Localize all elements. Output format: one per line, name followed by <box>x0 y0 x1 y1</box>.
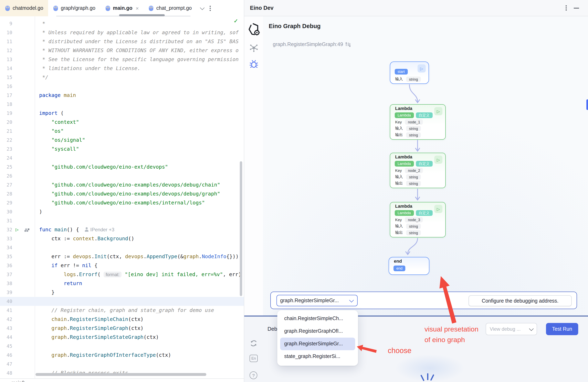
debug-target-text: graph.RegisterSimpleGraph:49 <box>273 41 343 47</box>
editor-vertical-scrollbar[interactable] <box>240 161 242 296</box>
graph-node-end[interactable]: end end <box>389 257 429 275</box>
panel-options-icon[interactable] <box>566 7 567 9</box>
input-type-badge: string <box>406 174 421 180</box>
test-run-label: Test Run <box>552 326 572 332</box>
debug-target: graph.RegisterSimpleGraph:49 <box>273 41 351 47</box>
line-number: 44 <box>0 333 12 342</box>
line-number: 43 <box>0 324 12 333</box>
graph-node-lambda-2[interactable]: Lambda ▷ Lambda 自定义 Keynode_2 输入string 输… <box>390 153 446 188</box>
code-line: 29 "github.com/cloudwego/eino-examples/i… <box>0 198 244 207</box>
line-number: 19 <box>0 109 12 118</box>
debug-bug-icon[interactable] <box>249 59 259 69</box>
chevron-down-icon[interactable] <box>200 5 205 10</box>
line-number: 39 <box>0 288 12 297</box>
breadcrumb-function[interactable]: main() <box>11 380 25 382</box>
code-line: 42 chain.RegisterSimpleChain(ctx) <box>0 315 244 324</box>
code-line: 34 <box>0 243 244 252</box>
graph-node-lambda-3[interactable]: Lambda ▷ Lambda 自定义 Keynode_3 输入string 输… <box>390 202 446 237</box>
output-type-badge: string <box>406 132 421 138</box>
configure-address-label: Configure the debugging address. <box>482 298 559 304</box>
kebab-menu-icon[interactable] <box>210 8 211 9</box>
code-line: 19import ( <box>0 109 244 118</box>
node-title: end <box>394 259 402 264</box>
tab-scrollbar-thumb[interactable] <box>119 14 165 16</box>
line-number: 40 <box>0 297 12 306</box>
tab-main-go[interactable]: main.go × <box>100 0 144 16</box>
output-type-badge: string <box>406 230 421 235</box>
code-editor[interactable]: 9 *10 * Unless required by applicable la… <box>0 16 244 378</box>
test-run-button[interactable]: Test Run <box>546 323 578 335</box>
graph-target-select-value: graph.RegisterSimpleGr... <box>280 298 339 303</box>
code-line: 9 * <box>0 19 244 28</box>
view-debug-select[interactable]: View debug ... <box>486 323 537 335</box>
go-gopher-icon <box>53 5 58 11</box>
run-button[interactable]: ▷ <box>16 225 19 234</box>
code-line: 18 <box>0 100 244 109</box>
key-label: Key <box>395 120 402 124</box>
tab-graph-go[interactable]: graph/graph.go <box>48 0 100 16</box>
code-line: 28 "github.com/cloudwego/eino-examples/d… <box>0 189 244 198</box>
related-symbols-icon[interactable] <box>24 230 26 232</box>
node-play-button[interactable]: ▷ <box>434 155 442 164</box>
lambda-badge: Lambda <box>395 210 414 216</box>
close-icon[interactable]: × <box>136 5 139 11</box>
line-number: 25 <box>0 162 12 172</box>
line-number: 15 <box>0 73 12 82</box>
line-number: 22 <box>0 136 12 145</box>
menu-option-chain[interactable]: chain.RegisterSimpleCh... <box>280 312 355 325</box>
lambda-badge: Lambda <box>395 112 414 118</box>
line-number: 34 <box>0 243 12 252</box>
switch-target-icon[interactable] <box>346 42 351 47</box>
graph-node-start[interactable]: ▷ start 输入string <box>390 61 429 84</box>
annotation-note-line1: visual presetation <box>424 325 479 334</box>
key-badge: node_3 <box>405 217 423 222</box>
graph-node-lambda-1[interactable]: Lambda ▷ Lambda 自定义 Keynode_1 输入string 输… <box>390 104 446 140</box>
menu-option-graph-simple[interactable]: graph.RegisterSimpleGr... <box>280 338 355 350</box>
code-line: 32▷func main() { IPender +3 <box>0 225 244 234</box>
tab-chat-prompt-go[interactable]: chat_prompt.go <box>144 0 197 16</box>
line-number: 47 <box>0 360 12 369</box>
editor-horizontal-scrollbar[interactable] <box>36 373 206 376</box>
code-lines: 9 *10 * Unless required by applicable la… <box>0 19 244 378</box>
node-play-button[interactable]: ▷ <box>418 64 426 73</box>
graph-target-select[interactable]: graph.RegisterSimpleGr... <box>276 295 357 306</box>
eino-dev-panel: Eino Dev <box>244 0 588 382</box>
help-icon[interactable]: ? <box>250 371 257 379</box>
custom-badge: 自定义 <box>416 112 432 118</box>
line-number: 30 <box>0 207 12 216</box>
language-en-icon[interactable]: En <box>250 355 258 362</box>
start-badge: start <box>395 69 408 75</box>
annotation-choose: choose <box>388 346 411 355</box>
lambda-badge: Lambda <box>395 161 414 167</box>
panel-scrollbar-thumb[interactable] <box>586 99 588 110</box>
graph-nodes-icon[interactable] <box>249 43 258 53</box>
refresh-icon[interactable] <box>250 339 258 347</box>
tab-chatmodel-go[interactable]: chatmodel.go <box>0 0 48 16</box>
code-line: 14 * limitations under the License. <box>0 64 244 73</box>
key-label: Key <box>395 217 402 222</box>
code-line: 27 "github.com/cloudwego/eino-examples/d… <box>0 180 244 189</box>
minimize-icon[interactable] <box>574 8 579 9</box>
inspections-ok-icon: ✓ <box>234 18 238 24</box>
line-number: 35 <box>0 252 12 261</box>
line-number: 29 <box>0 198 12 207</box>
author-icon <box>84 227 89 232</box>
tab-label: chat_prompt.go <box>156 5 192 11</box>
custom-badge: 自定义 <box>416 210 432 216</box>
key-label: Key <box>395 168 402 173</box>
ide-window: chatmodel.go graph/graph.go main.go × ch… <box>0 0 588 382</box>
line-number: 18 <box>0 100 12 109</box>
code-line: 26 <box>0 172 244 180</box>
code-line: 21 "os" <box>0 127 244 136</box>
code-line: 45 <box>0 342 244 351</box>
menu-option-graph-interface[interactable]: graph.RegisterGraphOfI... <box>280 325 355 338</box>
node-play-button[interactable]: ▷ <box>434 107 442 115</box>
code-line: 35 err := devops.Init(ctx, devops.Append… <box>0 252 244 261</box>
node-play-button[interactable]: ▷ <box>434 205 442 213</box>
input-type-badge: string <box>406 224 421 229</box>
configure-address-button[interactable]: Configure the debugging address. <box>468 295 572 306</box>
breadcrumb: main() <box>0 378 244 382</box>
menu-option-state-graph[interactable]: state_graph.RegisterSi... <box>280 350 355 363</box>
line-number: 14 <box>0 64 12 73</box>
code-line: 44 graph.RegisterSimpleStateGraph(ctx) <box>0 333 244 342</box>
